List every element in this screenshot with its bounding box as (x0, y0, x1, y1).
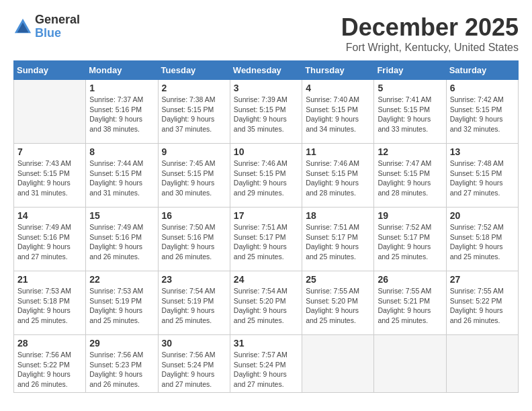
day-info: Sunrise: 7:43 AMSunset: 5:15 PMDaylight:… (17, 158, 82, 198)
day-info: Sunrise: 7:41 AMSunset: 5:15 PMDaylight:… (378, 95, 442, 134)
calendar-cell: 6Sunrise: 7:42 AMSunset: 5:15 PMDaylight… (446, 80, 518, 144)
day-info: Sunrise: 7:55 AMSunset: 5:22 PMDaylight:… (450, 286, 515, 326)
day-info: Sunrise: 7:52 AMSunset: 5:18 PMDaylight:… (450, 222, 515, 262)
day-number: 2 (162, 83, 226, 93)
day-number: 3 (234, 83, 298, 93)
day-number: 17 (234, 210, 298, 221)
logo: General Blue (13, 13, 80, 40)
week-row-1: 1Sunrise: 7:37 AMSunset: 5:16 PMDaylight… (14, 80, 519, 144)
title-block: December 2025 Fort Wright, Kentucky, Uni… (341, 13, 519, 54)
day-number: 21 (17, 274, 82, 285)
day-number: 31 (234, 338, 298, 349)
day-info: Sunrise: 7:56 AMSunset: 5:24 PMDaylight:… (162, 350, 226, 390)
calendar-cell (374, 335, 446, 393)
day-number: 6 (450, 83, 515, 93)
calendar-cell: 11Sunrise: 7:46 AMSunset: 5:15 PMDayligh… (302, 144, 374, 208)
calendar-cell: 2Sunrise: 7:38 AMSunset: 5:15 PMDaylight… (158, 80, 230, 144)
day-number: 15 (89, 210, 154, 221)
day-info: Sunrise: 7:40 AMSunset: 5:15 PMDaylight:… (306, 95, 370, 134)
day-number: 25 (306, 274, 370, 285)
calendar-cell: 3Sunrise: 7:39 AMSunset: 5:15 PMDaylight… (230, 80, 302, 144)
day-info: Sunrise: 7:49 AMSunset: 5:16 PMDaylight:… (89, 222, 154, 262)
day-number: 13 (450, 146, 515, 157)
day-number: 22 (89, 274, 154, 285)
weekday-header-wednesday: Wednesday (230, 61, 302, 80)
day-info: Sunrise: 7:46 AMSunset: 5:15 PMDaylight:… (234, 158, 298, 198)
calendar-cell: 28Sunrise: 7:56 AMSunset: 5:22 PMDayligh… (14, 335, 86, 393)
day-number: 24 (234, 274, 298, 285)
weekday-header-tuesday: Tuesday (158, 61, 230, 80)
calendar-cell: 5Sunrise: 7:41 AMSunset: 5:15 PMDaylight… (374, 80, 446, 144)
calendar-cell: 18Sunrise: 7:51 AMSunset: 5:17 PMDayligh… (302, 208, 374, 271)
day-info: Sunrise: 7:51 AMSunset: 5:17 PMDaylight:… (234, 222, 298, 262)
weekday-header-thursday: Thursday (302, 61, 374, 80)
calendar-cell: 8Sunrise: 7:44 AMSunset: 5:15 PMDaylight… (86, 144, 158, 208)
day-info: Sunrise: 7:42 AMSunset: 5:15 PMDaylight:… (450, 95, 515, 134)
day-info: Sunrise: 7:55 AMSunset: 5:21 PMDaylight:… (378, 286, 442, 326)
day-info: Sunrise: 7:48 AMSunset: 5:15 PMDaylight:… (450, 158, 515, 198)
day-number: 28 (17, 338, 82, 349)
day-info: Sunrise: 7:52 AMSunset: 5:17 PMDaylight:… (378, 222, 442, 262)
general-blue-icon (13, 17, 32, 36)
calendar-cell: 23Sunrise: 7:54 AMSunset: 5:19 PMDayligh… (158, 271, 230, 335)
day-number: 23 (162, 274, 226, 285)
calendar-cell (302, 335, 374, 393)
calendar-cell: 30Sunrise: 7:56 AMSunset: 5:24 PMDayligh… (158, 335, 230, 393)
week-row-4: 21Sunrise: 7:53 AMSunset: 5:18 PMDayligh… (14, 271, 519, 335)
calendar-cell: 26Sunrise: 7:55 AMSunset: 5:21 PMDayligh… (374, 271, 446, 335)
calendar-cell: 13Sunrise: 7:48 AMSunset: 5:15 PMDayligh… (446, 144, 518, 208)
day-number: 30 (162, 338, 226, 349)
day-info: Sunrise: 7:54 AMSunset: 5:20 PMDaylight:… (234, 286, 298, 326)
calendar-cell: 9Sunrise: 7:45 AMSunset: 5:15 PMDaylight… (158, 144, 230, 208)
calendar-cell: 31Sunrise: 7:57 AMSunset: 5:24 PMDayligh… (230, 335, 302, 393)
day-number: 27 (450, 274, 515, 285)
calendar-cell: 15Sunrise: 7:49 AMSunset: 5:16 PMDayligh… (86, 208, 158, 271)
week-row-3: 14Sunrise: 7:49 AMSunset: 5:16 PMDayligh… (14, 208, 519, 271)
calendar-cell: 25Sunrise: 7:55 AMSunset: 5:20 PMDayligh… (302, 271, 374, 335)
day-number: 5 (378, 83, 442, 93)
day-info: Sunrise: 7:46 AMSunset: 5:15 PMDaylight:… (306, 158, 370, 198)
calendar-table: SundayMondayTuesdayWednesdayThursdayFrid… (13, 60, 519, 393)
day-info: Sunrise: 7:45 AMSunset: 5:15 PMDaylight:… (162, 158, 226, 198)
day-number: 7 (17, 146, 82, 157)
day-number: 29 (89, 338, 154, 349)
day-number: 16 (162, 210, 226, 221)
day-number: 11 (306, 146, 370, 157)
calendar-cell: 29Sunrise: 7:56 AMSunset: 5:23 PMDayligh… (86, 335, 158, 393)
calendar-cell: 20Sunrise: 7:52 AMSunset: 5:18 PMDayligh… (446, 208, 518, 271)
day-info: Sunrise: 7:44 AMSunset: 5:15 PMDaylight:… (89, 158, 154, 198)
calendar-cell: 16Sunrise: 7:50 AMSunset: 5:16 PMDayligh… (158, 208, 230, 271)
day-number: 8 (89, 146, 154, 157)
weekday-header-friday: Friday (374, 61, 446, 80)
day-number: 20 (450, 210, 515, 221)
day-number: 1 (89, 83, 154, 93)
logo-blue: Blue (35, 27, 80, 40)
weekday-header-saturday: Saturday (446, 61, 518, 80)
day-info: Sunrise: 7:55 AMSunset: 5:20 PMDaylight:… (306, 286, 370, 326)
calendar-cell: 22Sunrise: 7:53 AMSunset: 5:19 PMDayligh… (86, 271, 158, 335)
day-info: Sunrise: 7:50 AMSunset: 5:16 PMDaylight:… (162, 222, 226, 262)
day-info: Sunrise: 7:57 AMSunset: 5:24 PMDaylight:… (234, 350, 298, 390)
day-info: Sunrise: 7:56 AMSunset: 5:22 PMDaylight:… (17, 350, 82, 390)
day-number: 10 (234, 146, 298, 157)
calendar-cell: 1Sunrise: 7:37 AMSunset: 5:16 PMDaylight… (86, 80, 158, 144)
day-number: 9 (162, 146, 226, 157)
calendar-cell: 17Sunrise: 7:51 AMSunset: 5:17 PMDayligh… (230, 208, 302, 271)
logo-general: General (35, 13, 80, 27)
day-number: 14 (17, 210, 82, 221)
day-info: Sunrise: 7:49 AMSunset: 5:16 PMDaylight:… (17, 222, 82, 262)
calendar-cell: 24Sunrise: 7:54 AMSunset: 5:20 PMDayligh… (230, 271, 302, 335)
day-number: 19 (378, 210, 442, 221)
day-info: Sunrise: 7:51 AMSunset: 5:17 PMDaylight:… (306, 222, 370, 262)
day-info: Sunrise: 7:53 AMSunset: 5:18 PMDaylight:… (17, 286, 82, 326)
month-title: December 2025 (341, 13, 519, 42)
calendar-cell: 4Sunrise: 7:40 AMSunset: 5:15 PMDaylight… (302, 80, 374, 144)
day-info: Sunrise: 7:53 AMSunset: 5:19 PMDaylight:… (89, 286, 154, 326)
day-info: Sunrise: 7:47 AMSunset: 5:15 PMDaylight:… (378, 158, 442, 198)
day-info: Sunrise: 7:39 AMSunset: 5:15 PMDaylight:… (234, 95, 298, 134)
location-title: Fort Wright, Kentucky, United States (341, 42, 519, 54)
week-row-5: 28Sunrise: 7:56 AMSunset: 5:22 PMDayligh… (14, 335, 519, 393)
calendar-cell (446, 335, 518, 393)
day-number: 4 (306, 83, 370, 93)
day-info: Sunrise: 7:38 AMSunset: 5:15 PMDaylight:… (162, 95, 226, 134)
